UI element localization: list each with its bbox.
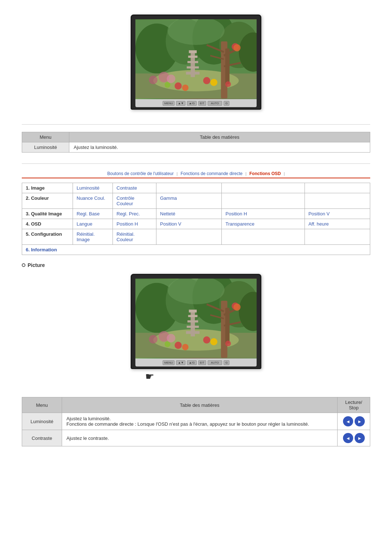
nav-sep-1: | [177, 171, 178, 176]
svg-point-23 [203, 77, 211, 84]
bottom-row-contraste: Contraste Ajustez le contraste. ◀ ▶ [22, 430, 370, 446]
nav-sep-2: | [245, 171, 246, 176]
play-btn-right-1[interactable]: ▶ [355, 416, 365, 426]
nav-sep-3: | [284, 171, 285, 176]
play-btn-left-2[interactable]: ◀ [343, 433, 353, 443]
svg-point-25 [175, 82, 182, 90]
svg-rect-45 [187, 326, 199, 328]
tab-direct-commands[interactable]: Fonctions de commande directe [180, 171, 242, 176]
divider-1 [22, 124, 370, 125]
osd-contraste[interactable]: Contraste [113, 183, 156, 193]
table1-row1-label: Luminosité [22, 142, 69, 153]
bottom-btns-contraste: ◀ ▶ [338, 430, 370, 446]
nav-tabs: Boutons de contrôle de l'utilisateur | F… [22, 171, 370, 178]
svg-point-22 [233, 44, 241, 52]
bottom-table: Menu Table des matières Lecture/ Stop Lu… [22, 397, 370, 446]
play-btn-left-1[interactable]: ◀ [343, 416, 353, 426]
osd-nuance[interactable]: Nuance Coul. [73, 193, 113, 209]
osd-position-h[interactable]: Position H [222, 209, 305, 219]
eit-btn-1[interactable]: EIT [198, 101, 206, 106]
osd-row-config: 5. Configuration Réinitial. Image Réinit… [22, 229, 370, 245]
osd-reinitial-couleur[interactable]: Réinitial.Couleur [113, 229, 156, 245]
auto-btn-1[interactable]: AUTO [208, 101, 222, 106]
bottom-desc-contraste: Ajustez le contraste. [62, 430, 338, 446]
osd-empty-3 [305, 183, 370, 193]
osd-nettete[interactable]: Netteté [156, 209, 222, 219]
osd-position-v[interactable]: Position V [305, 209, 370, 219]
svg-point-55 [203, 336, 211, 344]
osd-transparence[interactable]: Transparence [222, 219, 305, 229]
bottom-col3-header: Lecture/ Stop [338, 397, 370, 413]
svg-point-56 [210, 338, 217, 345]
osd-controle-couleur[interactable]: ContrôleCouleur [113, 193, 156, 209]
menu-btn-1[interactable]: MENU [163, 101, 175, 106]
osd-empty-2 [222, 183, 305, 193]
osd-empty-6 [156, 229, 222, 245]
svg-point-58 [182, 344, 189, 351]
monitor-1: MENU ▲▼ ▲/G EIT AUTO G [131, 15, 261, 110]
monitor-controls-1: MENU ▲▼ ▲/G EIT AUTO G [135, 99, 257, 107]
info-table-1: Menu Table des matières Luminosité Ajust… [22, 132, 370, 153]
tab-user-controls[interactable]: Boutons de contrôle de l'utilisateur [107, 171, 173, 176]
svg-rect-44 [187, 320, 198, 323]
osd-gamma[interactable]: Gamma [156, 193, 222, 209]
g-btn-1[interactable]: G [224, 101, 229, 106]
svg-point-30 [167, 74, 175, 83]
osd-pos-v[interactable]: Position V [156, 219, 222, 229]
osd-row-information: 6. Information [22, 245, 370, 255]
table1-col2-header: Table des matières [69, 132, 370, 142]
table1-row1-value: Ajustez la luminosité. [69, 142, 370, 153]
svg-rect-13 [187, 66, 199, 69]
bottom-col1-header: Menu [22, 397, 62, 413]
svg-rect-10 [189, 50, 197, 53]
bottom-row-luminosite: Luminosité Ajustez la luminosité. Foncti… [22, 413, 370, 430]
updown-btn-1[interactable]: ▲▼ [176, 101, 185, 106]
osd-empty-1 [156, 183, 222, 193]
osd-empty-5 [305, 193, 370, 209]
bullet-icon [22, 263, 25, 267]
osd-pos-h[interactable]: Position H [113, 219, 156, 229]
svg-point-57 [175, 342, 182, 349]
menu-btn-2[interactable]: MENU [163, 360, 175, 365]
monitor-frame-2: MENU ▲▼ ▲/G EIT AUTO G [131, 274, 261, 369]
osd-luminosite[interactable]: Luminosité [73, 183, 113, 193]
svg-rect-46 [186, 331, 199, 334]
tab-osd-functions[interactable]: Fonctions OSD [249, 171, 281, 176]
osd-aff-heure[interactable]: Aff. heure [305, 219, 370, 229]
table-row: Luminosité Ajustez la luminosité. [22, 142, 370, 153]
monitor-screen-2 [135, 279, 257, 358]
osd-row-couleur: 2. Couleur Nuance Coul. ContrôleCouleur … [22, 193, 370, 209]
g-btn-2[interactable]: G [224, 360, 229, 365]
hand-icon: ☛ [145, 370, 261, 382]
osd-regl-base[interactable]: Regl. Base [73, 209, 113, 219]
table1-col1-header: Menu [22, 132, 69, 142]
osd-label-information[interactable]: 6. Information [22, 245, 370, 255]
osd-langue[interactable]: Langue [73, 219, 113, 229]
ag-btn-1[interactable]: ▲/G [187, 101, 196, 106]
auto-btn-2[interactable]: AUTO [208, 360, 222, 365]
osd-label-config: 5. Configuration [22, 229, 73, 245]
osd-label-osd: 4. OSD [22, 219, 73, 229]
play-btn-right-2[interactable]: ▶ [355, 433, 365, 443]
bottom-btns-luminosite: ◀ ▶ [338, 413, 370, 430]
osd-empty-8 [305, 229, 370, 245]
svg-point-27 [165, 82, 171, 88]
monitor-frame-1: MENU ▲▼ ▲/G EIT AUTO G [131, 15, 261, 110]
osd-regl-prec[interactable]: Regl. Prec. [113, 209, 156, 219]
monitor-controls-2: MENU ▲▼ ▲/G EIT AUTO G [135, 358, 257, 366]
osd-label-couleur: 2. Couleur [22, 193, 73, 209]
play-buttons-luminosite: ◀ ▶ [342, 416, 366, 426]
picture-label: Picture [28, 262, 45, 268]
svg-point-60 [225, 341, 231, 347]
osd-row-qualite: 3. Qualité Image Regl. Base Regl. Prec. … [22, 209, 370, 219]
updown-btn-2[interactable]: ▲▼ [176, 360, 185, 365]
osd-row-image: 1. Image Luminosité Contraste [22, 183, 370, 193]
svg-rect-43 [188, 315, 197, 317]
ag-btn-2[interactable]: ▲/G [187, 360, 196, 365]
eit-btn-2[interactable]: EIT [198, 360, 206, 365]
svg-rect-42 [189, 309, 197, 312]
osd-reinitial-image[interactable]: Réinitial. Image [73, 229, 113, 245]
bottom-col2-header: Table des matières [62, 397, 338, 413]
osd-row-osd: 4. OSD Langue Position H Position V Tran… [22, 219, 370, 229]
osd-label-qualite: 3. Qualité Image [22, 209, 73, 219]
